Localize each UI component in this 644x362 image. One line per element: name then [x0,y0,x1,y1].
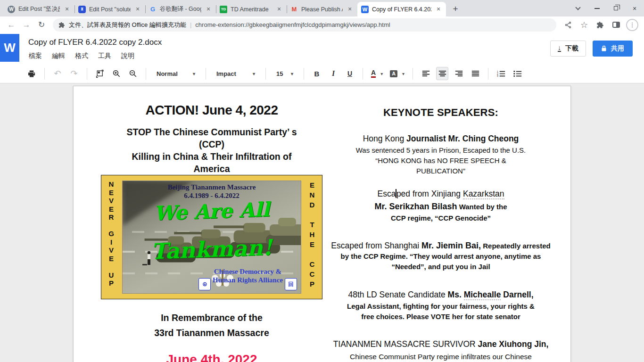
browser-menu-icon[interactable]: ⋮ [625,18,639,32]
window-controls: × [569,0,644,16]
extension-puzzle-icon [58,22,65,28]
close-window-button[interactable]: × [625,0,644,16]
minimize-button[interactable] [587,0,606,16]
share-icon[interactable] [561,18,575,32]
extension-name-label: 文件、試算表及簡報的 Office 編輯擴充功能 [69,21,186,29]
download-icon: ↓ [558,45,561,52]
tab-title: Copy of FLYER 6.4.202 [372,6,431,13]
zoom-in-button[interactable] [110,67,123,80]
never-give-up-vertical-text: N E V E R G I V E U P [101,180,121,294]
tab-title: Edit Post "坚决反击中 [18,5,60,13]
paragraph-style-select[interactable]: Normal▾ [153,67,199,80]
menu-bar: 檔案 編輯 格式 工具 說明 [29,52,134,60]
tab-wordpress-post-2[interactable]: ♜ Edit Post "solutely figh × [74,2,145,16]
menu-tools[interactable]: 工具 [98,52,111,60]
browser-address-bar: ← → ↻ 文件、試算表及簡報的 Office 編輯擴充功能 | chrome-… [0,16,644,33]
font-size-select[interactable]: 15▾ [272,67,297,80]
bulleted-list-button[interactable] [512,67,524,80]
flyer-right-column: KEYNOTE SPEAKERS: Hong Kong Journalist M… [330,86,551,362]
text-color-button[interactable]: A▾ [370,67,384,80]
new-tab-button[interactable]: + [449,2,462,16]
chevron-down-icon: ▾ [291,71,293,76]
alliance-credit-text: ☮ Chinese Democracy & Human Rights Allia… [123,267,297,290]
flyer-main-title: ACTION! June 4, 2022 [100,102,323,118]
print-button[interactable] [25,67,38,80]
editor-canvas: ACTION! June 4, 2022 STOP The Chinese Co… [0,83,644,362]
tab-close-icon[interactable]: × [63,6,71,13]
tab-close-icon[interactable]: × [346,6,354,13]
tab-search-chevron-icon[interactable] [569,0,587,16]
office-editor-header: W Copy of FLYER 6.4.2022 copy 2.docx 檔案 … [0,33,644,64]
word-favicon-icon: W [361,6,369,13]
svg-text:3: 3 [497,75,498,77]
chevron-down-icon: ▾ [380,71,383,76]
download-button[interactable]: ↓ 下載 [550,41,586,57]
speaker-jiemin-bai: Escaped from Shanghai Mr. Jiemin Bai, Re… [330,240,551,272]
omnibox-separator: | [190,21,191,28]
numbered-list-button[interactable]: 123 [495,67,507,80]
align-left-button[interactable] [420,67,432,80]
select-objects-button[interactable] [94,67,106,80]
lock-icon [601,45,607,52]
extensions-icon[interactable] [593,18,607,32]
underline-button[interactable]: U [344,67,356,80]
tankman-flyer-image[interactable]: N E V E R G I V E U P E N D T H E C C P [101,175,322,299]
menu-file[interactable]: 檔案 [29,52,42,60]
alliance-seal-icon: 回 [285,278,297,290]
tab-title: Please Publish ASAP - [301,6,343,13]
italic-button[interactable]: I [327,67,339,80]
restore-button[interactable] [606,0,625,16]
share-button[interactable]: 共用 [593,41,633,57]
speaker-michealle-darnell: 48th LD Senate Candidate Ms. Michealle D… [330,288,551,322]
end-the-ccp-vertical-text: E N D T H E C C P [302,180,322,294]
google-favicon-icon: G [149,6,157,13]
bold-button[interactable]: B [311,67,323,80]
tab-title: TD Ameritrade [231,6,272,13]
speaker-jane-xiuhong-jin: TIANANMEN MASSACRE SURVIVOR Jane Xiuhong… [330,338,551,362]
gmail-favicon-icon: M [290,6,298,13]
document-page[interactable]: ACTION! June 4, 2022 STOP The Chinese Co… [73,86,571,362]
tab-td-ameritrade[interactable]: TD TD Ameritrade × [216,2,287,16]
font-family-select[interactable]: Impact▾ [213,67,259,80]
omnibox[interactable]: 文件、試算表及簡報的 Office 編輯擴充功能 | chrome-extens… [53,18,556,32]
tab-flyer-docx-active[interactable]: W Copy of FLYER 6.4.202 × [357,2,446,16]
flyer-subtitle: STOP The Chinese Communist Party’ s (CCP… [100,126,323,175]
menu-help[interactable]: 說明 [121,52,134,60]
tab-title: Edit Post "solutely figh [89,6,131,13]
chevron-down-icon: ▾ [253,71,255,76]
chevron-down-icon: ▾ [193,71,195,76]
align-justify-button[interactable] [469,67,481,80]
wordpress-favicon-icon: W [8,6,15,13]
redo-button[interactable]: ↷ [68,67,80,80]
tab-wordpress-post-1[interactable]: W Edit Post "坚决反击中 × [4,2,74,16]
document-title[interactable]: Copy of FLYER 6.4.2022 copy 2.docx [28,38,162,47]
tab-google-translate[interactable]: G 谷歌翻译 - Google 搜 × [145,2,216,16]
header-actions: ↓ 下載 共用 [550,41,633,57]
tankman-photo: Beijing Tiananmen Massacre 6.4.1989 - 6.… [122,181,301,294]
menu-format[interactable]: 格式 [75,52,88,60]
back-icon[interactable]: ← [5,18,18,32]
td-favicon-icon: TD [220,6,227,13]
zoom-out-button[interactable] [127,67,139,80]
align-right-button[interactable] [453,67,465,80]
undo-button[interactable]: ↶ [51,67,64,80]
tab-close-icon[interactable]: × [435,6,442,13]
keynote-speakers-heading: KEYNOTE SPEAKERS: [330,106,551,119]
forward-icon[interactable]: → [20,18,33,32]
word-app-logo: W [0,34,19,62]
bookmark-star-icon[interactable]: ☆ [577,18,591,32]
tab-close-icon[interactable]: × [275,6,283,13]
align-center-button[interactable] [436,67,448,80]
speaker-serikzhan-bilash: Escaped from Xinjiang Kazarkstan Mr. Ser… [330,188,551,223]
highlight-color-button[interactable]: A▾ [388,67,406,80]
page-url: chrome-extension://gbkeegbaiigmenfmjfclc… [195,21,551,28]
menu-edit[interactable]: 編輯 [52,52,65,60]
tab-gmail[interactable]: M Please Publish ASAP - × [287,2,357,16]
side-panel-icon[interactable] [609,18,623,32]
remembrance-text: In Remembrance of the 33rd Tiananmen Mas… [100,310,323,340]
flyer-left-column: ACTION! June 4, 2022 STOP The Chinese Co… [100,86,323,362]
reload-icon[interactable]: ↻ [35,18,48,32]
speaker-ching-cheong: Hong Kong Journalist Mr. Ching Cheong Wa… [330,132,551,176]
tab-close-icon[interactable]: × [134,6,141,13]
tab-close-icon[interactable]: × [205,6,212,13]
